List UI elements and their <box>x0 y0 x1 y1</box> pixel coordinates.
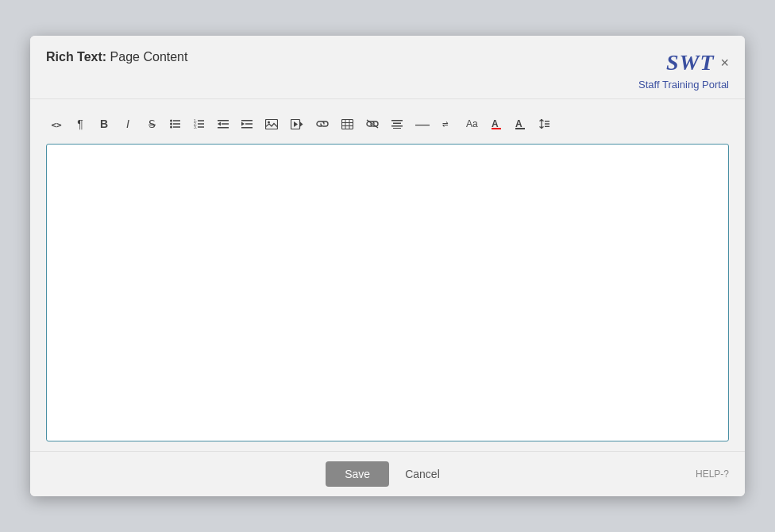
svg-text:⇌: ⇌ <box>442 120 449 128</box>
bold-btn[interactable] <box>94 114 114 134</box>
header-right: SWT × Staff Training Portal <box>638 50 729 91</box>
svg-rect-5 <box>173 126 180 128</box>
special-chars-btn[interactable]: ⇌ <box>438 114 458 134</box>
strikethrough-btn[interactable] <box>141 114 162 134</box>
svg-rect-16 <box>241 120 253 121</box>
indent-more-btn[interactable] <box>237 114 257 134</box>
paragraph-btn[interactable] <box>70 114 91 134</box>
modal-body: 1.2.3. <box>30 99 745 451</box>
svg-marker-13 <box>218 122 221 126</box>
ul-btn[interactable] <box>165 114 186 134</box>
svg-point-4 <box>170 126 172 129</box>
svg-rect-31 <box>391 120 403 121</box>
save-button[interactable]: Save <box>326 461 389 487</box>
svg-point-2 <box>170 123 172 125</box>
svg-rect-20 <box>266 119 278 129</box>
link-btn[interactable] <box>311 114 334 134</box>
svg-rect-25 <box>342 119 353 129</box>
line-height-btn[interactable] <box>534 114 554 134</box>
toolbar: 1.2.3. <box>46 109 729 139</box>
modal-header: Rich Text: Page Content SWT × Staff Trai… <box>30 36 745 99</box>
svg-rect-41 <box>545 121 549 121</box>
align-btn[interactable] <box>387 114 407 134</box>
hr-btn[interactable]: — <box>411 114 434 134</box>
rich-text-modal: Rich Text: Page Content SWT × Staff Trai… <box>30 36 745 496</box>
svg-marker-17 <box>241 122 245 126</box>
svg-point-21 <box>268 121 270 123</box>
svg-rect-7 <box>198 120 204 121</box>
close-button[interactable]: × <box>720 56 729 70</box>
video-btn[interactable] <box>286 114 308 134</box>
footer-buttons: Save Cancel <box>326 461 449 487</box>
svg-rect-11 <box>198 126 204 128</box>
modal-title-prefix: Rich Text: <box>46 50 106 64</box>
portal-name[interactable]: Staff Training Portal <box>638 79 729 91</box>
swt-logo: SWT <box>666 50 715 75</box>
svg-rect-15 <box>218 127 229 129</box>
code-view-btn[interactable] <box>46 114 67 134</box>
svg-rect-32 <box>393 123 401 125</box>
svg-rect-19 <box>241 127 253 129</box>
table-btn[interactable] <box>337 114 358 134</box>
svg-rect-9 <box>198 123 204 125</box>
content-editor[interactable] <box>46 144 729 441</box>
modal-footer: Save Cancel HELP-? <box>30 451 745 496</box>
svg-marker-24 <box>294 121 298 127</box>
cancel-button[interactable]: Cancel <box>395 461 449 487</box>
highlight-btn[interactable]: A <box>510 114 530 134</box>
italic-btn[interactable] <box>118 114 138 134</box>
svg-rect-42 <box>545 123 549 124</box>
svg-rect-34 <box>393 128 401 129</box>
svg-rect-3 <box>173 123 180 125</box>
modal-overlay: Rich Text: Page Content SWT × Staff Trai… <box>0 0 775 532</box>
image-btn[interactable] <box>260 114 283 134</box>
svg-rect-18 <box>245 123 253 125</box>
svg-rect-39 <box>515 128 525 129</box>
svg-marker-23 <box>300 121 303 126</box>
svg-rect-33 <box>391 125 403 127</box>
change-case-btn[interactable]: Aa <box>461 114 483 134</box>
unlink-btn[interactable] <box>361 114 384 134</box>
svg-text:A: A <box>492 118 499 129</box>
indent-less-btn[interactable] <box>213 114 233 134</box>
svg-text:A: A <box>515 118 522 129</box>
font-color-btn[interactable]: A <box>486 114 507 134</box>
svg-rect-12 <box>218 120 229 121</box>
svg-rect-37 <box>492 128 501 129</box>
ol-btn[interactable]: 1.2.3. <box>189 114 210 134</box>
svg-text:3.: 3. <box>194 125 197 129</box>
modal-title: Rich Text: Page Content <box>46 50 187 64</box>
help-link[interactable]: HELP-? <box>696 468 729 480</box>
svg-rect-1 <box>173 120 180 121</box>
svg-point-0 <box>170 120 172 122</box>
svg-rect-14 <box>222 123 229 125</box>
svg-rect-43 <box>545 126 549 127</box>
modal-title-field: Page Content <box>110 50 188 64</box>
